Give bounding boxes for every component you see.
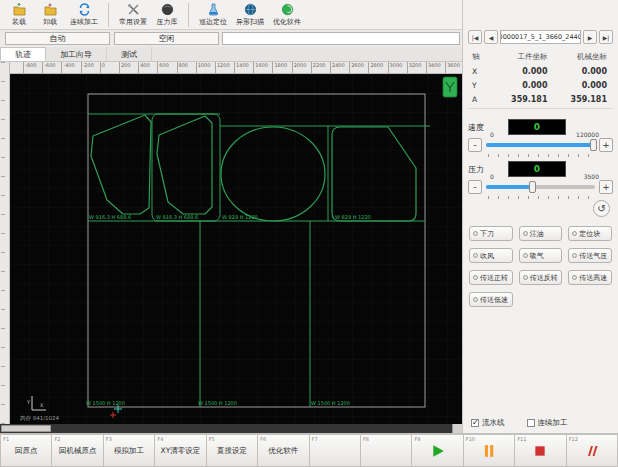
scrollbar-thumb[interactable]	[1, 425, 51, 432]
ruler-tick-label: 2000	[292, 62, 311, 73]
pressure-increase-button[interactable]: +	[599, 180, 613, 194]
fkey-machine-home-button[interactable]: F2回机械原点	[52, 434, 103, 467]
io-button[interactable]: 传送低速	[469, 292, 513, 307]
speed-slider-thumb[interactable]	[590, 139, 597, 151]
edge-locate-button[interactable]: 巡边定位	[196, 1, 230, 29]
tab-machining-wizard[interactable]: 加工向导	[46, 47, 107, 61]
ruler-tick-label: 600	[157, 62, 176, 73]
checkbox-icon[interactable]	[471, 419, 479, 427]
ruler-tick-label: 1600	[253, 62, 272, 73]
checkbox-icon[interactable]	[527, 419, 535, 427]
stop-icon	[533, 444, 547, 458]
right-control-panel: |◀ ◀ M0000017_5_1_3660_2440.g ▶ ▶| 轴 工件坐…	[462, 0, 618, 433]
pause-button[interactable]: F10	[464, 434, 515, 467]
continuous-machining-button[interactable]: 连续加工	[67, 1, 101, 29]
speed-slider-ticks	[488, 154, 593, 157]
work-canvas[interactable]: W 916.3 H 688.6 W 916.3 H 688.6 W 829 H …	[10, 74, 462, 424]
function-key-bar: F1回原点 F2回机械原点 F3模拟加工 F4XY清零设定 F5直接设定 F6优…	[0, 433, 618, 467]
tab-track[interactable]: 轨迹	[0, 47, 46, 61]
toolbar-separator	[108, 3, 109, 27]
view-tabs: 轨迹 加工向导 测试	[0, 47, 462, 62]
abort-button[interactable]: F12	[567, 434, 618, 467]
unload-button[interactable]: 卸载	[36, 1, 64, 29]
fkey-direct-set-button[interactable]: F5直接设定	[207, 434, 258, 467]
message-field[interactable]	[222, 32, 460, 45]
ruler-tick-label: 3600	[445, 62, 462, 73]
fkey-optimize-button[interactable]: F6优化软件	[258, 434, 309, 467]
fkey-home-button[interactable]: F1回原点	[0, 434, 52, 467]
common-settings-button[interactable]: 常用设置	[116, 1, 150, 29]
ruler-tick-label: -400	[61, 62, 80, 73]
pressure-control: 压力 0 3500 0 - +	[468, 160, 613, 199]
file-next-button[interactable]: ▶	[583, 30, 597, 44]
io-indicator-icon	[572, 231, 577, 236]
canvas-badge[interactable]	[443, 77, 457, 97]
coord-header-machine: 机械坐标	[554, 52, 614, 62]
file-prev-button[interactable]: ◀	[484, 30, 498, 44]
file-last-button[interactable]: ▶|	[599, 30, 613, 44]
coord-row-x: X 0.000 0.000	[468, 64, 613, 78]
horizontal-scrollbar[interactable]	[0, 424, 462, 433]
optimize-software-button[interactable]: 优化软件	[270, 1, 304, 29]
optimize-software-icon	[281, 3, 294, 16]
io-indicator-icon	[473, 275, 478, 280]
mode-auto-button[interactable]: 自动	[5, 32, 110, 45]
checkbox-pipeline[interactable]: 流水线	[471, 418, 505, 428]
load-button[interactable]: 装载	[5, 1, 33, 29]
pause-icon	[482, 444, 496, 458]
coordinate-table: 轴 工件坐标 机械坐标 X 0.000 0.000 Y 0.000 0.000 …	[468, 50, 613, 109]
fkey-f8-button[interactable]: F8	[361, 434, 412, 467]
speed-increase-button[interactable]: +	[599, 138, 613, 152]
io-button[interactable]: 传送气压	[568, 248, 612, 263]
play-icon	[431, 444, 445, 458]
ruler-tick-label: 2600	[349, 62, 368, 73]
io-button[interactable]: 注油	[519, 226, 563, 241]
piece-label: W 1500 H 1200	[86, 400, 125, 406]
pressure-slider[interactable]	[486, 180, 595, 194]
ruler-tick-label: -600	[42, 62, 61, 73]
piece-label: W 916.3 H 688.6	[89, 214, 131, 220]
io-indicator-icon	[572, 275, 577, 280]
speed-slider[interactable]	[486, 138, 595, 152]
pressure-slider-thumb[interactable]	[529, 181, 536, 193]
speed-control: 速度 0 120000 0 - +	[468, 118, 613, 157]
fkey-xy-zero-button[interactable]: F4XY清零设定	[155, 434, 206, 467]
tab-test[interactable]: 测试	[107, 47, 152, 61]
ruler-tick-label: 2800	[368, 62, 387, 73]
io-button[interactable]: 下刀	[469, 226, 513, 241]
coord-row-y: Y 0.000 0.000	[468, 78, 613, 92]
start-button[interactable]: F9	[412, 434, 463, 467]
shape-scan-button[interactable]: 异形扫描	[233, 1, 267, 29]
speed-decrease-button[interactable]: -	[468, 138, 482, 152]
toolbar-separator	[188, 3, 189, 27]
horizontal-ruler: -800-600-400-200020040060080010001200140…	[10, 62, 462, 74]
checkbox-continuous[interactable]: 连续加工	[527, 418, 568, 428]
piece-label: W 829 H 1220	[222, 214, 258, 220]
file-name-field[interactable]: M0000017_5_1_3660_2440.g	[500, 30, 581, 44]
io-button[interactable]: 传送反转	[519, 270, 563, 285]
io-button[interactable]: 吸气	[519, 248, 563, 263]
io-button[interactable]: 传送高速	[568, 270, 612, 285]
file-first-button[interactable]: |◀	[468, 30, 482, 44]
reset-button[interactable]: ↺	[593, 200, 610, 217]
io-button[interactable]: 吹风	[469, 248, 513, 263]
stop-button[interactable]: F11	[515, 434, 566, 467]
ruler-tick-label: 1800	[272, 62, 291, 73]
abort-icon	[585, 444, 599, 458]
fkey-f7-button[interactable]: F7	[310, 434, 361, 467]
machine-control-window: 装载 卸载 连续加工 常用设置 压力库 巡边定位 异形扫描	[0, 0, 618, 467]
load-icon	[13, 3, 26, 16]
ruler-tick-label: 1000	[196, 62, 215, 73]
pressure-library-button[interactable]: 压力库	[153, 1, 181, 29]
pressure-decrease-button[interactable]: -	[468, 180, 482, 194]
io-button[interactable]: 定位块	[568, 226, 612, 241]
io-button-grid: 下刀 注油 定位块 吹风 吸气	[469, 226, 612, 307]
option-checkboxes: 流水线 连续加工	[471, 418, 568, 428]
ruler-tick-label: 3400	[426, 62, 445, 73]
vertical-ruler	[0, 62, 10, 424]
fkey-simulate-button[interactable]: F3模拟加工	[104, 434, 155, 467]
io-button[interactable]: 传送正转	[469, 270, 513, 285]
status-idle-button[interactable]: 空闲	[114, 32, 219, 45]
io-indicator-icon	[523, 275, 528, 280]
coord-row-a: A 359.181 359.181	[468, 92, 613, 106]
